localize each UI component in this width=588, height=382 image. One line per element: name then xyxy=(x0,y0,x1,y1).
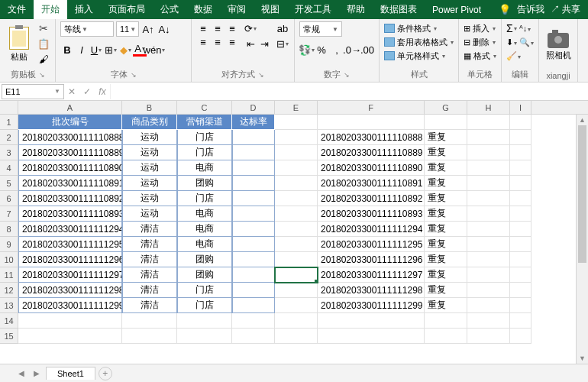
cell[interactable] xyxy=(467,145,510,160)
cell[interactable] xyxy=(510,237,531,252)
cell[interactable]: 商品类别 xyxy=(122,115,177,130)
fx-icon[interactable]: fx xyxy=(95,86,110,97)
cell[interactable]: 20180203300111111295 xyxy=(318,237,425,252)
cell[interactable]: 电商 xyxy=(177,237,232,252)
cell[interactable]: 20180203300111111299 xyxy=(318,298,425,313)
cell[interactable]: 20180203300111111295 xyxy=(18,237,122,252)
row-head[interactable]: 15 xyxy=(0,329,18,344)
phonetic-button[interactable]: wén▾ xyxy=(147,43,161,57)
cell[interactable]: 电商 xyxy=(177,206,232,222)
cell[interactable]: 20180203300111110890 xyxy=(18,160,122,176)
cell[interactable]: 电商 xyxy=(177,222,232,237)
cell[interactable] xyxy=(232,176,275,191)
tab-powerpivot[interactable]: Power Pivot xyxy=(425,0,489,19)
cell[interactable]: 20180203300111111294 xyxy=(18,222,122,237)
tab-nav-prev[interactable]: ◀ xyxy=(15,369,27,377)
cell[interactable]: 清洁 xyxy=(122,237,177,252)
font-size-select[interactable]: 11▼ xyxy=(116,21,139,37)
cell[interactable] xyxy=(232,222,275,237)
align-right-icon[interactable]: ≡ xyxy=(225,35,239,49)
cell[interactable] xyxy=(232,283,275,298)
cell[interactable]: 团购 xyxy=(177,252,232,267)
clear-button[interactable]: 🧹▾ xyxy=(506,51,521,61)
cell[interactable]: 20180203300111110893 xyxy=(318,206,425,222)
cell[interactable]: 清洁 xyxy=(122,298,177,313)
cell[interactable] xyxy=(510,283,531,298)
cell[interactable] xyxy=(467,267,510,283)
cell[interactable] xyxy=(275,191,318,206)
row-head[interactable]: 1 xyxy=(0,115,18,130)
cell[interactable] xyxy=(510,267,531,283)
format-cells-button[interactable]: ▦ 格式 ▾ xyxy=(464,49,496,63)
cell[interactable]: 重复 xyxy=(425,283,467,298)
number-format-select[interactable]: 常规▼ xyxy=(299,21,342,37)
cell[interactable] xyxy=(232,191,275,206)
decrease-font-icon[interactable]: A↓ xyxy=(157,22,171,36)
cell[interactable] xyxy=(232,267,275,283)
cell[interactable]: 清洁 xyxy=(122,283,177,298)
align-center-icon[interactable]: ≡ xyxy=(211,35,225,49)
comma-button[interactable]: , xyxy=(330,43,344,57)
col-head[interactable]: E xyxy=(275,101,318,114)
cell[interactable]: 20180203300111111298 xyxy=(318,283,425,298)
scroll-up-icon[interactable]: ▲ xyxy=(577,115,588,125)
cell[interactable] xyxy=(467,176,510,191)
cell[interactable]: 门店 xyxy=(177,283,232,298)
cell[interactable]: 营销渠道 xyxy=(177,115,232,130)
border-button[interactable]: ⊞▾ xyxy=(104,43,118,57)
expand-icon[interactable]: ↘ xyxy=(131,71,137,79)
cell[interactable]: 清洁 xyxy=(122,267,177,283)
cell[interactable] xyxy=(275,298,318,313)
cell[interactable]: 20180203300111110888 xyxy=(318,130,425,145)
cell[interactable]: 运动 xyxy=(122,160,177,176)
row-head[interactable]: 8 xyxy=(0,222,18,237)
cell[interactable]: 20180203300111110891 xyxy=(318,176,425,191)
cell[interactable]: 运动 xyxy=(122,191,177,206)
autosum-button[interactable]: Σ▾ xyxy=(506,22,517,34)
cell[interactable] xyxy=(510,115,531,130)
bold-button[interactable]: B xyxy=(60,43,74,57)
vertical-scrollbar[interactable]: ▲ ▼ xyxy=(576,115,588,364)
tab-data[interactable]: 数据 xyxy=(186,0,220,19)
cell[interactable] xyxy=(467,283,510,298)
cell[interactable] xyxy=(275,145,318,160)
tab-formula[interactable]: 公式 xyxy=(153,0,186,19)
cell[interactable] xyxy=(510,222,531,237)
cell[interactable] xyxy=(318,115,425,130)
cell[interactable]: 重复 xyxy=(425,130,467,145)
cell[interactable] xyxy=(467,329,510,344)
sheet-tab[interactable]: Sheet1 xyxy=(46,367,95,380)
cell[interactable]: 20180203300111111297 xyxy=(318,267,425,283)
cell[interactable]: 团购 xyxy=(177,176,232,191)
cell[interactable] xyxy=(318,313,425,329)
cell[interactable] xyxy=(467,222,510,237)
cell[interactable] xyxy=(510,160,531,176)
cell[interactable] xyxy=(275,313,318,329)
cell[interactable]: 重复 xyxy=(425,206,467,222)
cell[interactable]: 20180203300111111296 xyxy=(318,252,425,267)
cell[interactable]: 20180203300111111296 xyxy=(18,252,122,267)
cell[interactable] xyxy=(275,130,318,145)
cell[interactable] xyxy=(275,283,318,298)
cell[interactable] xyxy=(318,329,425,344)
paste-button[interactable]: 粘贴 xyxy=(5,21,34,67)
row-head[interactable]: 6 xyxy=(0,191,18,206)
tab-datachart[interactable]: 数据图表 xyxy=(373,0,425,19)
cell[interactable]: 20180203300111110891 xyxy=(18,176,122,191)
row-head[interactable]: 5 xyxy=(0,176,18,191)
cut-button[interactable]: ✂ xyxy=(37,21,50,35)
cell[interactable]: 20180203300111110893 xyxy=(18,206,122,222)
cell[interactable] xyxy=(18,329,122,344)
cell[interactable] xyxy=(467,206,510,222)
cell[interactable]: 清洁 xyxy=(122,252,177,267)
cell[interactable] xyxy=(275,176,318,191)
cancel-icon[interactable]: ✕ xyxy=(64,86,79,97)
cell[interactable] xyxy=(232,130,275,145)
cell[interactable]: 重复 xyxy=(425,160,467,176)
cell[interactable] xyxy=(232,160,275,176)
underline-button[interactable]: U▾ xyxy=(89,43,103,57)
percent-button[interactable]: % xyxy=(315,43,328,57)
cell[interactable]: 重复 xyxy=(425,252,467,267)
tab-nav-next[interactable]: ▶ xyxy=(31,369,43,377)
cell[interactable]: 20180203300111111298 xyxy=(18,283,122,298)
